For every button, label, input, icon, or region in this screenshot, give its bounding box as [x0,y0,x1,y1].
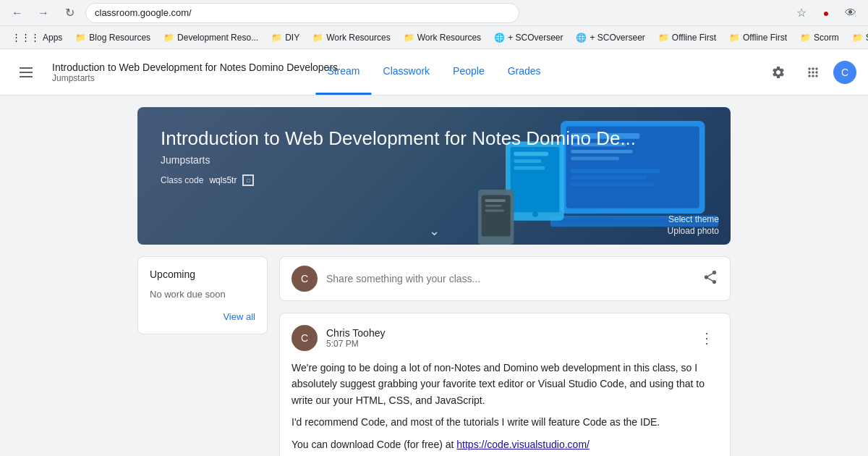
upload-photo-button[interactable]: Upload photo [668,226,719,236]
bookmark-label: Offline First [743,33,787,43]
svg-rect-1 [20,72,33,73]
forward-button[interactable]: → [33,3,54,23]
svg-point-19 [532,211,538,217]
post-author-avatar: C [292,325,318,351]
sidebar: Upcoming No work due soon View all [137,256,268,456]
bookmark-label: Blog Resources [89,33,150,43]
folder-icon: 📁 [658,33,669,43]
hero-bottom-actions: Select theme Upload photo [668,214,719,236]
share-box: C [279,256,731,301]
tab-classwork[interactable]: Classwork [372,48,442,95]
bookmark-scorm-2[interactable]: 📁 Scorm [846,30,868,45]
bookmarks-bar: ⋮⋮⋮ Apps 📁 Blog Resources 📁 Development … [0,26,868,49]
class-code-section: Class code wqls5tr □ [161,174,636,186]
post-menu-button[interactable]: ⋮ [695,326,718,350]
svg-rect-2 [20,76,33,77]
folder-icon: 📁 [271,33,282,43]
extension-icon-1[interactable]: ● [816,3,836,23]
share-avatar: C [292,266,318,292]
address-bar[interactable]: classroom.google.com/ [85,3,519,23]
hero-course-subtitle: Jumpstarts [161,154,636,166]
bookmark-dev-reso[interactable]: 📁 Development Reso... [158,30,264,45]
browser-bar: ← → ↻ classroom.google.com/ ☆ ● 👁 [0,0,868,26]
header-actions: C [764,58,856,87]
extension-icon-2[interactable]: 👁 [841,3,861,23]
post-time: 5:07 PM [326,339,385,349]
class-code-value: wqls5tr [209,175,237,185]
hero-chevron-button[interactable]: ⌄ [429,223,440,239]
post-paragraph-1: We're going to be doing a lot of non-Not… [292,360,718,408]
post-paragraph-2: I'd recommend Code, and most of the tuto… [292,414,718,430]
post-author-name: Chris Toohey [326,327,385,339]
browser-actions: ☆ ● 👁 [791,3,861,23]
view-all-button[interactable]: View all [150,311,255,322]
bookmark-work-resources-1[interactable]: 📁 Work Resources [307,30,396,45]
apps-icon: ⋮⋮⋮ [12,32,40,43]
bookmark-work-resources-2[interactable]: 📁 Work Resources [398,30,487,45]
bookmark-offline-first-2[interactable]: 📁 Offline First [723,30,793,45]
folder-icon: 📁 [852,33,863,43]
settings-button[interactable] [764,58,793,87]
folder-icon: 📁 [75,33,86,43]
svg-rect-0 [20,67,33,69]
user-avatar[interactable]: C [833,61,856,84]
folder-icon: 📁 [312,33,323,43]
header-nav: Stream Classwork People Grades [315,49,552,95]
bookmark-scoverseer-1[interactable]: 🌐 + SCOverseer [488,30,569,45]
bookmark-label: Offline First [672,33,716,43]
bookmark-label: Development Reso... [177,33,258,43]
folder-icon: 📁 [404,33,414,43]
svg-rect-22 [485,199,506,202]
post-body: We're going to be doing a lot of non-Not… [292,360,718,452]
feed-area: C C Chris Toohey 5:07 PM ⋮ [279,256,731,456]
hamburger-button[interactable] [12,58,41,87]
bookmark-label: + SCOverseer [508,33,563,43]
class-code-label: Class code [161,175,203,185]
bookmark-label: Work Resources [417,33,481,43]
bookmark-label: + SCOverseer [590,33,644,43]
folder-icon: 📁 [800,33,811,43]
post-paragraph-3: You can download Code (for free) at http… [292,436,718,452]
bookmark-diy[interactable]: 📁 DIY [265,30,305,45]
bookmark-scoverseer-2[interactable]: 🌐 + SCOverseer [570,30,650,45]
svg-rect-24 [485,210,505,212]
tab-people[interactable]: People [441,48,496,95]
globe-icon: 🌐 [576,33,587,43]
main-content: Introduction to Web Development for Note… [0,107,868,456]
post-card: C Chris Toohey 5:07 PM ⋮ We're going to … [279,313,731,456]
class-code-expand-button[interactable]: □ [242,174,254,186]
two-column-layout: Upcoming No work due soon View all C [137,256,731,456]
apps-label: Apps [43,33,62,43]
upcoming-card: Upcoming No work due soon View all [137,256,268,334]
hero-title: Introduction to Web Development for Note… [161,127,636,150]
post-header: C Chris Toohey 5:07 PM ⋮ [292,325,718,351]
folder-icon: 📁 [729,33,740,43]
post-link[interactable]: https://code.visualstudio.com/ [456,439,590,450]
tab-stream[interactable]: Stream [315,48,371,95]
app-header: Introduction to Web Development for Note… [0,49,868,96]
hero-banner: Introduction to Web Development for Note… [137,107,731,245]
bookmark-offline-first-1[interactable]: 📁 Offline First [652,30,722,45]
url-text: classroom.google.com/ [95,7,192,18]
select-theme-button[interactable]: Select theme [668,214,719,224]
star-button[interactable]: ☆ [791,3,812,23]
svg-rect-23 [485,205,502,207]
reload-button[interactable]: ↻ [59,3,80,23]
bookmark-scorm-1[interactable]: 📁 Scorm [794,30,845,45]
apps-bookmark[interactable]: ⋮⋮⋮ Apps [6,30,68,45]
no-work-text: No work due soon [150,289,255,300]
back-button[interactable]: ← [7,3,27,23]
apps-button[interactable] [799,58,827,87]
share-input[interactable] [326,273,694,284]
post-author-info: Chris Toohey 5:07 PM [326,327,385,349]
folder-icon: 📁 [163,33,174,43]
tab-grades[interactable]: Grades [496,48,553,95]
hero-text: Introduction to Web Development for Note… [161,127,636,186]
bookmark-label: Scorm [814,33,839,43]
share-icon[interactable] [702,269,718,289]
bookmark-label: DIY [285,33,299,43]
upcoming-title: Upcoming [150,269,255,280]
bookmark-blog-resources[interactable]: 📁 Blog Resources [69,30,156,45]
globe-icon: 🌐 [494,33,505,43]
bookmark-label: Work Resources [326,33,390,43]
